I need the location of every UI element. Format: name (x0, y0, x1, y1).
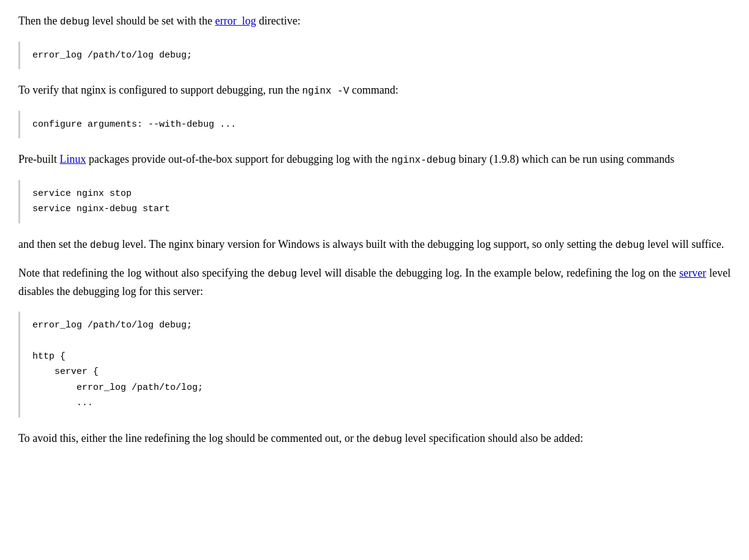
p4-code-debug-1: debug (90, 240, 119, 251)
p2-text-before: To verify that nginx is configured to su… (18, 84, 302, 96)
code-line-4-1: error_log /path/to/log debug; (32, 318, 718, 334)
p1-text-before: Then the (18, 15, 60, 27)
paragraph-4: and then set the debug level. The nginx … (18, 236, 731, 254)
code-line-4-4: server { (32, 364, 718, 380)
error-log-link[interactable]: error_log (215, 15, 256, 27)
p4-text-middle: level. The nginx binary version for Wind… (119, 238, 616, 250)
code-line-4-6: ... (32, 395, 718, 411)
code-block-3: service nginx stop service nginx-debug s… (18, 180, 731, 223)
p1-text-middle: level should be set with the (89, 15, 215, 27)
p2-text-after: command: (349, 84, 398, 96)
p3-code-nginx-debug: nginx-debug (391, 155, 456, 166)
p4-code-debug-2: debug (616, 240, 645, 251)
server-link[interactable]: server (679, 267, 706, 279)
main-content: Then the debug level should be set with … (18, 12, 731, 447)
code-block-2: configure arguments: --with-debug ... (18, 111, 731, 139)
code-line-3-1: service nginx stop (32, 186, 718, 202)
p3-text-end: binary (1.9.8) which can be run using co… (456, 153, 674, 165)
paragraph-5: Note that redefining the log without als… (18, 264, 731, 300)
p4-text-before: and then set the (18, 238, 90, 250)
p2-code-nginx-v: nginx -V (302, 86, 349, 97)
p4-text-end: level will suffice. (645, 238, 725, 250)
p6-code-debug: debug (373, 434, 402, 445)
code-block-1: error_log /path/to/log debug; (18, 42, 731, 70)
p6-text-end: level specification should also be added… (402, 432, 583, 444)
paragraph-1: Then the debug level should be set with … (18, 12, 731, 31)
p3-text-after-link: packages provide out-of-the-box support … (86, 153, 392, 165)
p6-text-before: To avoid this, either the line redefinin… (18, 432, 373, 444)
code-line-4-3: http { (32, 349, 718, 365)
code-line-4-5: error_log /path/to/log; (32, 380, 718, 396)
code-line-3-2: service nginx-debug start (32, 201, 718, 217)
p5-text-before: Note that redefining the log without als… (18, 267, 267, 279)
code-line-4-2 (32, 333, 718, 349)
p5-code-debug: debug (267, 269, 297, 280)
paragraph-3: Pre-built Linux packages provide out-of-… (18, 151, 731, 169)
p1-code-debug: debug (60, 17, 89, 28)
p3-text-before: Pre-built (18, 153, 60, 165)
p5-text-middle: level will disable the debugging log. In… (297, 267, 679, 279)
code-block-4: error_log /path/to/log debug; http { ser… (18, 312, 731, 417)
code-line-2-1: configure arguments: --with-debug ... (32, 117, 718, 133)
code-line-1-1: error_log /path/to/log debug; (32, 48, 718, 64)
paragraph-2: To verify that nginx is configured to su… (18, 81, 731, 100)
linux-link[interactable]: Linux (60, 153, 86, 165)
paragraph-6: To avoid this, either the line redefinin… (18, 430, 731, 448)
p1-text-after: directive: (256, 15, 300, 27)
